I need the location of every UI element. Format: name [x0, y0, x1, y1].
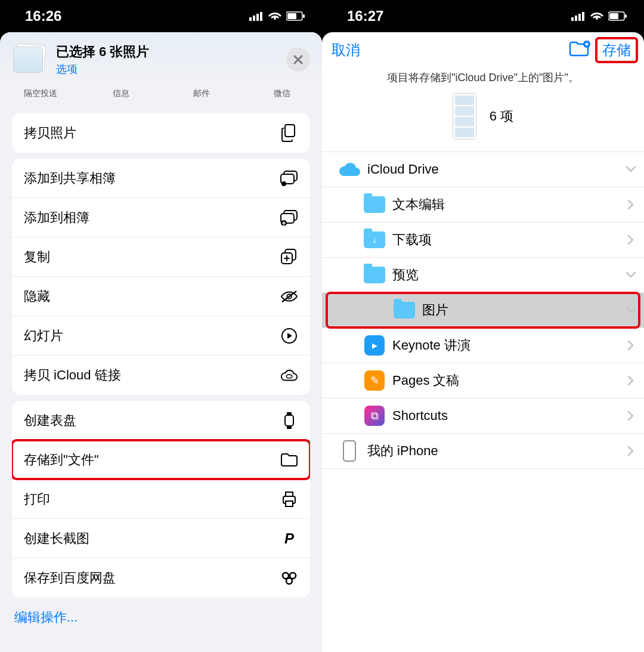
folder-row-shortcuts[interactable]: ⧉Shortcuts — [322, 398, 644, 434]
add-album-icon — [280, 209, 298, 227]
svg-rect-28 — [571, 17, 574, 21]
action-copy-photos[interactable]: 拷贝照片 — [12, 113, 310, 153]
files-navbar: 取消 存储 — [322, 32, 644, 68]
share-sheet: 已选择 6 张照片 选项 隔空投送 信息 邮件 微信 拷贝照片 添加到共享相簿 — [0, 32, 322, 652]
action-save-baidu[interactable]: 保存到百度网盘 — [12, 558, 310, 598]
svg-rect-6 — [303, 14, 305, 18]
action-long-screenshot[interactable]: 创建长截图 P — [12, 519, 310, 558]
iphone-icon — [332, 440, 367, 462]
action-label: 存储到"文件" — [24, 451, 99, 469]
folder-row-pages-文稿[interactable]: ✎Pages 文稿 — [322, 363, 644, 398]
pages-icon: ✎ — [357, 370, 392, 391]
preview-row: 6 项 — [322, 93, 644, 152]
action-label: 打印 — [24, 490, 50, 508]
folder-row-下载项[interactable]: 下载项 — [322, 223, 644, 258]
wifi-icon — [268, 11, 281, 21]
svg-rect-1 — [253, 16, 255, 21]
shortcuts-icon: ⧉ — [357, 406, 392, 426]
action-label: 拷贝 iCloud 链接 — [24, 366, 121, 384]
play-icon — [280, 327, 298, 345]
battery-icon — [286, 11, 305, 21]
app-wechat[interactable]: 微信 — [242, 88, 322, 99]
svg-rect-5 — [287, 13, 296, 19]
clock: 16:27 — [347, 8, 383, 24]
chevron-down-icon — [618, 307, 644, 314]
close-button[interactable] — [286, 48, 310, 72]
folder-row-我的-iphone[interactable]: 我的 iPhone — [322, 434, 644, 469]
svg-point-27 — [286, 578, 292, 584]
cancel-button[interactable]: 取消 — [332, 41, 360, 60]
svg-rect-21 — [287, 427, 292, 429]
chevron-right-icon — [618, 375, 644, 386]
left-phone: 16:26 已选择 6 张照片 选项 隔空投送 信息 邮件 微信 拷贝照片 — [0, 0, 322, 652]
folder-row-keynote-讲演[interactable]: ▸Keynote 讲演 — [322, 328, 644, 363]
folder-label: 图片 — [422, 301, 618, 319]
baidu-icon — [280, 569, 298, 587]
svg-rect-23 — [286, 492, 293, 496]
edit-actions-link[interactable]: 编辑操作... — [0, 598, 322, 637]
hide-eye-icon — [280, 288, 298, 305]
folder-row-文本编辑[interactable]: 文本编辑 — [322, 187, 644, 223]
share-apps-row: 隔空投送 信息 邮件 微信 — [0, 85, 322, 107]
photo-thumbnails — [12, 44, 48, 75]
folder-label: 预览 — [392, 266, 618, 284]
action-duplicate[interactable]: 复制 — [12, 237, 310, 277]
shared-album-icon — [280, 169, 298, 187]
clock: 16:26 — [25, 8, 61, 24]
svg-rect-3 — [260, 12, 262, 21]
action-label: 保存到百度网盘 — [24, 569, 116, 587]
right-phone: 16:27 取消 存储 项目将存储到"iCloud Drive"上的"图片"。 … — [322, 0, 644, 652]
action-add-album[interactable]: 添加到相簿 — [12, 198, 310, 237]
folder-label: Pages 文稿 — [392, 372, 618, 390]
svg-rect-0 — [249, 17, 252, 21]
app-airdrop[interactable]: 隔空投送 — [0, 88, 80, 99]
item-count: 6 项 — [490, 107, 513, 125]
files-save-sheet: 取消 存储 项目将存储到"iCloud Drive"上的"图片"。 6 项 iC… — [322, 32, 644, 652]
app-messages[interactable]: 信息 — [80, 88, 161, 99]
folder-row-icloud-drive[interactable]: iCloud Drive — [322, 152, 644, 187]
folder-icon — [357, 267, 392, 283]
action-hide[interactable]: 隐藏 — [12, 277, 310, 316]
status-bar: 16:27 — [322, 0, 644, 32]
svg-rect-24 — [286, 501, 293, 506]
folder-icon — [357, 196, 392, 213]
folder-icon — [386, 302, 422, 319]
action-label: 创建长截图 — [24, 530, 89, 548]
chevron-right-icon — [618, 446, 644, 456]
svg-rect-29 — [575, 16, 577, 21]
icloud-icon — [332, 161, 367, 178]
chevron-right-icon — [618, 234, 644, 245]
action-print[interactable]: 打印 — [12, 480, 310, 519]
chevron-right-icon — [618, 199, 644, 210]
action-label: 复制 — [24, 248, 50, 266]
action-copy-icloud-link[interactable]: 拷贝 iCloud 链接 — [12, 356, 310, 395]
share-options-link[interactable]: 选项 — [56, 62, 278, 76]
svg-rect-30 — [578, 14, 581, 21]
action-create-watchface[interactable]: 创建表盘 — [12, 401, 310, 440]
folder-row-预览[interactable]: 预览 — [322, 258, 644, 293]
save-button[interactable]: 存储 — [599, 39, 634, 61]
action-slideshow[interactable]: 幻灯片 — [12, 316, 310, 356]
status-bar: 16:26 — [0, 0, 322, 32]
folder-row-图片[interactable]: 图片 — [322, 293, 644, 328]
folder-label: 我的 iPhone — [367, 442, 618, 460]
cloud-link-icon — [280, 366, 298, 384]
new-folder-button[interactable] — [569, 41, 590, 60]
folder-label: Keynote 讲演 — [392, 336, 618, 354]
action-label: 添加到共享相簿 — [24, 169, 116, 187]
cellular-icon — [571, 11, 586, 21]
close-icon — [293, 54, 304, 65]
chevron-right-icon — [618, 410, 644, 421]
action-save-to-files[interactable]: 存储到"文件" — [12, 440, 310, 480]
folder-label: 文本编辑 — [392, 196, 618, 214]
folder-tree: iCloud Drive文本编辑下载项预览图片▸Keynote 讲演✎Pages… — [322, 152, 644, 469]
action-add-shared-album[interactable]: 添加到共享相簿 — [12, 159, 310, 198]
svg-rect-2 — [256, 14, 259, 21]
action-group-3: 创建表盘 存储到"文件" 打印 创建长截图 P 保存到百度网盘 — [12, 401, 310, 598]
action-label: 幻灯片 — [24, 327, 63, 345]
copy-doc-icon — [280, 124, 298, 142]
status-icons — [249, 11, 305, 21]
app-mail[interactable]: 邮件 — [161, 88, 242, 99]
svg-rect-19 — [285, 415, 293, 426]
destination-text: 项目将存储到"iCloud Drive"上的"图片"。 — [322, 68, 644, 93]
